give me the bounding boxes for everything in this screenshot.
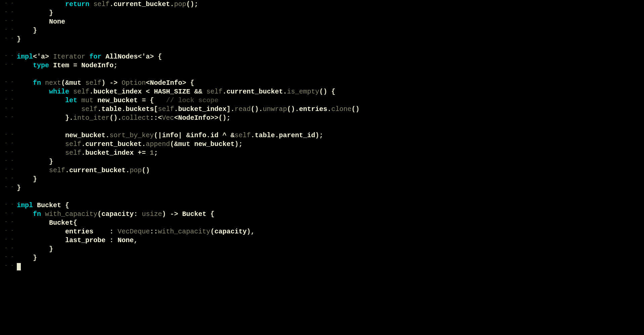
token: [17, 79, 33, 87]
code-line[interactable]: }: [17, 245, 644, 254]
code-line[interactable]: self.table.buckets[self.bucket_index].re…: [17, 105, 644, 114]
token-kw: impl: [17, 53, 33, 61]
gutter-mark: - -: [0, 149, 14, 157]
gutter-mark: - -: [0, 26, 14, 35]
code-line[interactable]: self.bucket_index += 1;: [17, 149, 644, 157]
code-line[interactable]: }: [17, 184, 644, 192]
token-punct: .: [251, 132, 255, 139]
code-line[interactable]: [17, 192, 644, 201]
gutter-mark: - -: [0, 201, 14, 210]
token-punct: &&: [190, 88, 206, 96]
token-dim: mut: [81, 97, 93, 104]
code-line[interactable]: Bucket{: [17, 219, 644, 227]
token-dim: VecDeque: [118, 228, 150, 235]
token-dim: self: [65, 140, 81, 148]
token-punct: <: [174, 114, 178, 122]
token-punct: (: [210, 228, 214, 235]
token-ident: table: [255, 132, 275, 139]
code-line[interactable]: return self.current_bucket.pop();: [17, 0, 644, 9]
code-line[interactable]: impl Bucket {: [17, 201, 644, 210]
token-punct: );: [234, 140, 243, 148]
token-dim: unwrap: [263, 105, 287, 113]
token-punct: > {: [182, 79, 194, 87]
token-punct: (&mut: [61, 79, 85, 87]
token-ident: NodeInfo: [178, 114, 210, 122]
token-ident: entries: [65, 228, 93, 235]
token-kw: type: [33, 62, 49, 69]
token: [41, 210, 45, 218]
code-line[interactable]: [17, 44, 644, 52]
token-ident: current_bucket: [85, 140, 142, 148]
token-dim: self: [85, 79, 101, 87]
code-line[interactable]: [17, 70, 644, 79]
gutter-mark: - -: [0, 140, 14, 149]
code-line[interactable]: }: [17, 157, 644, 166]
code-line[interactable]: }.into_iter().collect::<Vec<NodeInfo>>()…: [17, 114, 644, 122]
code-line[interactable]: [17, 122, 644, 131]
token: [17, 166, 49, 174]
token-ident: current_bucket: [226, 88, 283, 96]
code-line[interactable]: let mut new_bucket = { // lock scope: [17, 96, 644, 105]
code-line[interactable]: None: [17, 17, 644, 26]
code-line[interactable]: type Item = NodeInfo;: [17, 61, 644, 70]
token-ident: id: [210, 132, 218, 139]
token-punct: (|: [154, 132, 162, 139]
token-punct: }: [17, 175, 37, 183]
token-ident: table: [101, 105, 122, 113]
token-punct: .: [122, 105, 126, 113]
token: [49, 62, 53, 69]
token-punct: [: [154, 105, 158, 113]
token-ident: bucket_index: [93, 88, 142, 96]
token-num: 1: [150, 149, 154, 157]
token-ident: AllNodes: [105, 53, 138, 61]
code-line[interactable]: }: [17, 26, 644, 35]
token-punct: <'a> {: [138, 53, 162, 61]
code-line[interactable]: while self.bucket_index < HASH_SIZE && s…: [17, 87, 644, 96]
gutter: - -- -- -- -- -- -- -- -- -- -- -- -- --…: [0, 0, 17, 335]
token-comment: // lock scope: [166, 97, 218, 104]
code-line[interactable]: fn next(&mut self) -> Option<NodeInfo> {: [17, 79, 644, 87]
token-punct: .: [81, 140, 85, 148]
token-punct: (&mut: [170, 140, 194, 148]
code-line[interactable]: }: [17, 9, 644, 17]
code-line[interactable]: self.current_bucket.pop(): [17, 166, 644, 175]
token: [85, 53, 89, 61]
token-ident: HASH_SIZE: [154, 88, 190, 96]
code-line[interactable]: }: [17, 175, 644, 184]
token-dim: self: [81, 105, 97, 113]
token-dim: Iterator: [53, 53, 85, 61]
code-line[interactable]: impl<'a> Iterator for AllNodes<'a> {: [17, 52, 644, 61]
code-line[interactable]: fn with_capacity(capacity: usize) -> Buc…: [17, 210, 644, 219]
token-punct: ().: [110, 114, 122, 122]
token-punct: ) ->: [162, 210, 182, 218]
token-dim: self: [206, 88, 222, 96]
code-line[interactable]: self.current_bucket.append(&mut new_buck…: [17, 140, 644, 149]
code-line[interactable]: new_bucket.sort_by_key(|info| &info.id ^…: [17, 131, 644, 140]
code-line[interactable]: entries : VecDeque::with_capacity(capaci…: [17, 227, 644, 236]
token-punct: .: [170, 0, 174, 8]
token-punct: .: [89, 88, 93, 96]
token-kw: impl: [17, 201, 33, 209]
token-punct: (): [351, 105, 359, 113]
token-punct: ();: [186, 0, 198, 8]
token-punct: () {: [319, 88, 335, 96]
code-editor[interactable]: - -- -- -- -- -- -- -- -- -- -- -- -- --…: [0, 0, 644, 335]
token-ident: None: [118, 236, 134, 244]
token-punct: .: [105, 132, 110, 139]
token: [93, 97, 97, 104]
token-punct: .: [126, 166, 130, 174]
code-line[interactable]: last_probe : None,: [17, 236, 644, 245]
gutter-mark: - -: [0, 254, 14, 262]
token-ident: parent_id: [279, 132, 315, 139]
code-line[interactable]: [17, 262, 644, 271]
token-punct: ].: [226, 105, 234, 113]
token-ident: current_bucket: [114, 0, 170, 8]
token-punct: }.: [17, 114, 73, 122]
code-line[interactable]: }: [17, 254, 644, 262]
token-punct: =: [69, 62, 81, 69]
code-area[interactable]: return self.current_bucket.pop(); } None…: [17, 0, 644, 335]
token-dim: self: [65, 149, 81, 157]
code-line[interactable]: }: [17, 35, 644, 44]
token-kw: fn: [33, 210, 41, 218]
gutter-mark: - -: [0, 105, 14, 114]
